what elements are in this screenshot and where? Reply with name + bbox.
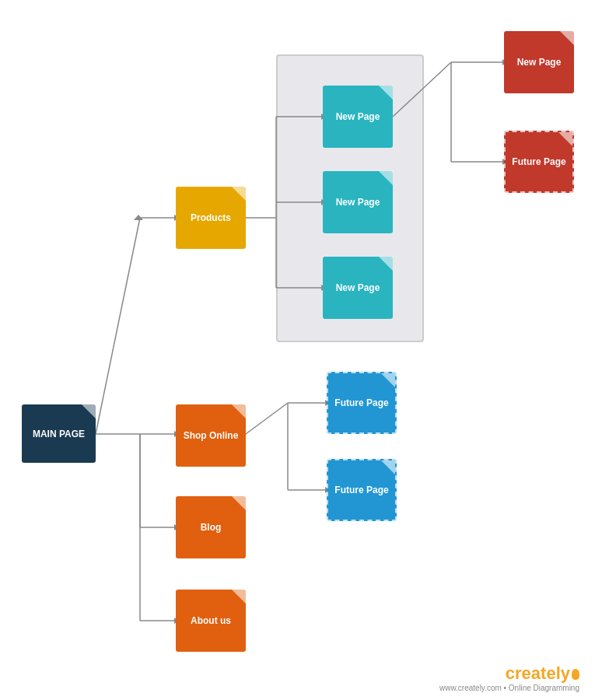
node-new_page_red[interactable]: New Page xyxy=(504,31,574,93)
fold-corner xyxy=(379,257,393,271)
node-label-shop_online: Shop Online xyxy=(184,430,239,441)
node-future_page_2[interactable]: Future Page xyxy=(327,459,397,521)
fold-corner xyxy=(379,86,393,100)
node-label-products: Products xyxy=(191,212,231,223)
node-label-future_page_red: Future Page xyxy=(512,156,565,167)
node-label-new_page_red: New Page xyxy=(517,57,562,68)
diagram-canvas: MAIN PAGEProductsShop OnlineBlogAbout us… xyxy=(0,0,595,700)
node-label-blog: Blog xyxy=(201,522,222,533)
node-main_page[interactable]: MAIN PAGE xyxy=(22,404,96,463)
fold-corner xyxy=(379,171,393,185)
node-new_page_1[interactable]: New Page xyxy=(323,86,393,148)
fold-corner xyxy=(558,132,572,146)
brand-footer: creately www.creately.com • Online Diagr… xyxy=(439,663,579,692)
node-label-main_page: MAIN PAGE xyxy=(33,429,85,439)
fold-corner xyxy=(232,187,246,201)
fold-corner xyxy=(381,460,395,474)
brand-logo: creately xyxy=(439,663,579,684)
node-future_page_red[interactable]: Future Page xyxy=(504,131,574,193)
node-products[interactable]: Products xyxy=(176,187,246,249)
node-label-about_us: About us xyxy=(191,615,231,626)
fold-corner xyxy=(232,404,246,418)
node-blog[interactable]: Blog xyxy=(176,496,246,558)
node-about_us[interactable]: About us xyxy=(176,590,246,652)
svg-line-0 xyxy=(96,218,140,434)
brand-bulb-icon xyxy=(572,669,579,680)
node-new_page_2[interactable]: New Page xyxy=(323,171,393,233)
node-label-new_page_3: New Page xyxy=(336,282,380,293)
node-label-new_page_1: New Page xyxy=(336,111,380,122)
fold-corner xyxy=(82,404,96,418)
svg-line-25 xyxy=(246,403,288,434)
brand-tagline: www.creately.com • Online Diagramming xyxy=(439,684,579,692)
node-shop_online[interactable]: Shop Online xyxy=(176,404,246,467)
brand-name-part1: create xyxy=(506,663,556,683)
node-label-future_page_1: Future Page xyxy=(334,397,388,408)
brand-name-part2: ly xyxy=(556,663,570,683)
fold-corner xyxy=(232,590,246,604)
node-label-new_page_2: New Page xyxy=(336,197,380,208)
fold-corner xyxy=(232,496,246,510)
fold-corner xyxy=(381,373,395,387)
node-label-future_page_2: Future Page xyxy=(334,485,388,495)
node-future_page_1[interactable]: Future Page xyxy=(327,372,397,434)
node-new_page_3[interactable]: New Page xyxy=(323,257,393,319)
svg-marker-1 xyxy=(134,215,143,220)
fold-corner xyxy=(560,31,574,45)
